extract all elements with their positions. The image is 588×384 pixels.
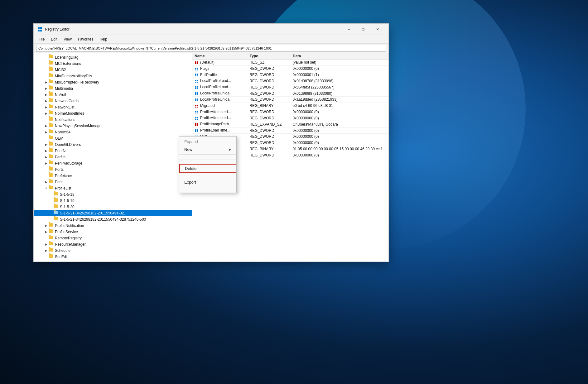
svg-rect-14 (195, 75, 196, 76)
tree-item-networklist[interactable]: ▶ NetworkList (34, 104, 192, 110)
table-row[interactable]: FlagsREG_DWORD0x00000000 (0) (192, 65, 388, 72)
svg-rect-10 (195, 70, 196, 70)
ctx-permissions[interactable]: Export (179, 178, 236, 186)
maximize-button[interactable]: □ (356, 24, 370, 35)
expand-arrow (44, 67, 49, 72)
tree-item-noimemodel[interactable]: ▶ NoImeModelImes (34, 110, 192, 117)
tree-item-opengl[interactable]: ▶ OpenGLDrivers (34, 142, 192, 148)
folder-icon (49, 86, 54, 91)
cell-name: ProfileLoadTime... (192, 127, 247, 134)
ctx-delete[interactable] (179, 161, 236, 164)
table-row[interactable]: ProfileAttempted...REG_DWORD0x00000000 (… (192, 109, 388, 115)
svg-rect-35 (197, 107, 198, 108)
tree-item-perflib[interactable]: ▶ Perflib (34, 154, 192, 160)
tree-item-mci32[interactable]: MCI32 (34, 67, 192, 73)
ctx-copy-key-name[interactable] (179, 188, 236, 191)
tree-item-peernet[interactable]: ▶ PeerNet (34, 148, 192, 154)
table-row[interactable]: ProfileImagePathREG_EXPAND_SZC:\Users\Ma… (192, 121, 388, 127)
tree-item-s118[interactable]: S-1-5-18 (34, 191, 192, 198)
tree-item-s120[interactable]: S-1-5-20 (34, 204, 192, 210)
tree-item-naauth[interactable]: ▶ NaAuth (34, 92, 192, 98)
menu-bar: File Edit View Favorites Help (34, 35, 388, 44)
expand-arrow: ▶ (44, 111, 49, 116)
tree-item-msicorrupted[interactable]: ▶ MsiCorruptedFileRecovery (34, 79, 192, 85)
cell-data: 0x00000000 (0) (290, 152, 388, 158)
table-row[interactable]: LocalProfileUnloa...REG_DWORD0xaa19dded … (192, 96, 388, 103)
ctx-expand[interactable]: Expand (179, 138, 236, 146)
ctx-export[interactable] (179, 175, 236, 178)
menu-edit[interactable]: Edit (48, 36, 60, 42)
tree-item-nowplaying[interactable]: ▶ NowPlayingSessionManager (34, 123, 192, 129)
table-row[interactable]: (Default)REG_SZ(value not set) (192, 60, 388, 66)
tree-item-minidump[interactable]: MiniDumpAuxiliaryDlls (34, 73, 192, 79)
tree-item-oem[interactable]: OEM (34, 135, 192, 142)
expand-arrow: ▶ (44, 98, 49, 103)
tree-item-print[interactable]: ▶ Print (34, 179, 192, 185)
tree-item-remotereg[interactable]: RemoteRegistry (34, 235, 192, 241)
svg-rect-16 (195, 80, 196, 81)
tree-item-s1001[interactable]: S-1-5-21-3426298182-2011550494-328751246… (34, 210, 192, 216)
svg-rect-11 (197, 70, 198, 70)
menu-help[interactable]: Help (97, 36, 110, 42)
cell-data: C:\Users\Manuviraj Godara (290, 121, 388, 127)
svg-rect-47 (197, 125, 198, 126)
table-row[interactable]: FullProfileREG_DWORD0x00000001 (1) (192, 72, 388, 78)
tree-item-licensingdiag[interactable]: LicensingDiag (34, 54, 192, 60)
svg-rect-38 (195, 113, 196, 113)
table-row[interactable]: LocalProfileUnloa...REG_DWORD0x01d986f8 … (192, 90, 388, 97)
expand-arrow: ▶ (44, 130, 49, 135)
cell-name: ProfileAttempted... (192, 109, 247, 115)
svg-rect-30 (195, 100, 196, 101)
menu-file[interactable]: File (36, 36, 47, 42)
close-button[interactable]: ✕ (370, 24, 385, 35)
svg-rect-44 (195, 123, 196, 125)
table-row[interactable]: ProfileAttempted...REG_DWORD0x00000000 (… (192, 115, 388, 121)
tree-item-ports[interactable]: Ports (34, 166, 192, 173)
expand-arrow (44, 117, 49, 122)
tree-item-s500[interactable]: S-1-5-21-3426298182-2011550494-328751246… (34, 216, 192, 223)
table-row[interactable]: ProfileLoadTime...REG_DWORD0x00000000 (0… (192, 127, 388, 134)
table-row[interactable]: LocalProfileLoad...REG_DWORD0x864fef5f (… (192, 84, 388, 90)
table-row[interactable]: LocalProfileLoad...REG_DWORD0x01d98708 (… (192, 78, 388, 84)
tree-item-multimedia[interactable]: ▶ Multimedia (34, 85, 192, 92)
ctx-find[interactable] (179, 156, 236, 159)
tree-item-resourcemgr[interactable]: ▶ ResourceManager (34, 241, 192, 247)
svg-rect-17 (197, 80, 198, 81)
tree-item-secedit[interactable]: SecEdit (34, 254, 192, 260)
cell-data: 0x00000000 (0) (290, 115, 388, 121)
expand-arrow (44, 173, 49, 178)
tree-item-notifications[interactable]: Notifications (34, 117, 192, 123)
menu-view[interactable]: View (61, 36, 74, 42)
svg-rect-2 (38, 30, 40, 31)
tree-item-networkcards[interactable]: ▶ NetworkCards (34, 98, 192, 104)
cell-name: ProfileImagePath (192, 121, 247, 127)
tree-item-profilelist[interactable]: ▼ ProfileList (34, 185, 192, 191)
address-input[interactable] (36, 45, 386, 52)
minimize-button[interactable]: − (342, 24, 356, 35)
menu-favorites[interactable]: Favorites (75, 36, 96, 42)
expand-arrow: ▶ (44, 248, 49, 253)
context-menu: Expand New ▶ Delete Export (179, 136, 237, 193)
tree-panel[interactable]: LicensingDiag MCI Extensions MCI32 MiniD… (34, 53, 192, 262)
tree-item-perhwid[interactable]: ▶ PerHwIdStorage (34, 160, 192, 166)
ctx-new[interactable]: New ▶ (179, 146, 236, 153)
cell-type: REG_BINARY (247, 146, 290, 152)
tree-item-ntvdm64[interactable]: ▶ NtVdm64 (34, 129, 192, 135)
tree-item-profilenotif[interactable]: ▶ ProfileNotification (34, 223, 192, 229)
svg-rect-31 (197, 100, 198, 101)
tree-item-prefetcher[interactable]: Prefetcher (34, 173, 192, 179)
svg-rect-50 (195, 131, 196, 132)
tree-item-s119[interactable]: S-1-5-19 (34, 198, 192, 204)
svg-rect-39 (197, 113, 198, 113)
cell-data: b0 bd c4 60 96 d8 d8 01 (290, 103, 388, 109)
svg-rect-25 (197, 92, 198, 94)
tree-item-mciext[interactable]: MCI Extensions (34, 60, 192, 67)
cell-data: 0x864fef5f (2253385567) (290, 84, 388, 90)
ctx-rename[interactable]: Delete (179, 164, 236, 173)
expand-arrow (44, 55, 49, 60)
cell-type: REG_EXPAND_SZ (247, 121, 290, 127)
tree-item-schedule[interactable]: ▶ Schedule (34, 247, 192, 254)
tree-item-profilesvc[interactable]: ▶ ProfileService (34, 229, 192, 235)
table-row[interactable]: MigratedREG_BINARYb0 bd c4 60 96 d8 d8 0… (192, 103, 388, 109)
folder-icon (49, 80, 54, 85)
